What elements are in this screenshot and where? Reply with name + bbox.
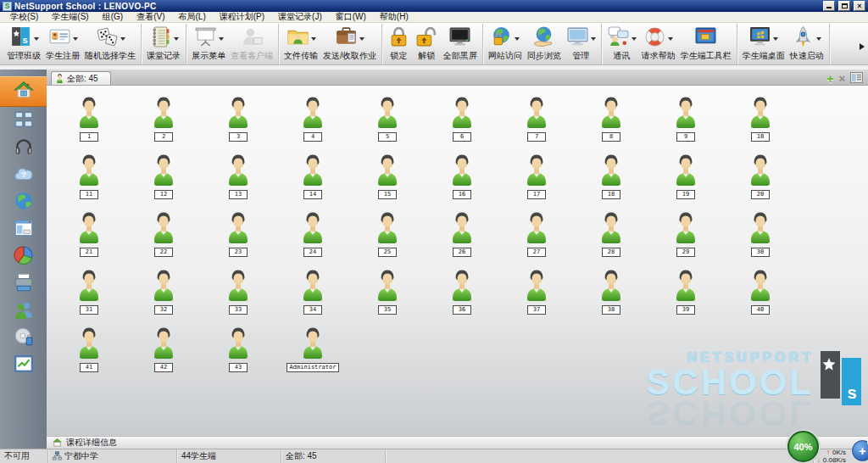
menu-school[interactable]: 学校(S) — [3, 11, 45, 23]
sidebar-item-web[interactable] — [0, 190, 47, 215]
student-15[interactable]: 15 — [350, 150, 425, 208]
manage-dropdown-icon[interactable] — [591, 37, 596, 41]
student-13[interactable]: 13 — [201, 150, 275, 208]
student-desktop-button[interactable]: 学生端桌面 — [740, 25, 787, 61]
sidebar-item-pie-chart[interactable] — [0, 244, 47, 270]
student-22[interactable]: 22 — [126, 208, 201, 265]
student-Administrator[interactable]: Administrator — [275, 323, 350, 381]
student-14[interactable]: 14 — [275, 150, 350, 208]
student-18[interactable]: 18 — [574, 150, 648, 208]
random-select-student-dropdown-icon[interactable] — [120, 37, 125, 41]
minimize-button[interactable] — [823, 1, 835, 11]
send-collect-work-button[interactable]: 发送/收取作业 — [320, 25, 379, 61]
manage-class-button[interactable]: s管理班级 — [4, 25, 43, 61]
restore-button[interactable] — [838, 1, 850, 11]
sidebar-item-media-cd[interactable] — [0, 326, 47, 351]
sidebar-item-audio[interactable] — [0, 136, 47, 161]
student-38[interactable]: 38 — [574, 265, 648, 323]
student-34[interactable]: 34 — [275, 265, 350, 323]
student-1[interactable]: 1 — [52, 92, 126, 150]
web-access-button[interactable]: 网站访问 — [486, 25, 525, 61]
menu-layout[interactable]: 布局(L) — [171, 11, 212, 23]
quick-launch-dropdown-icon[interactable] — [816, 37, 821, 41]
sidebar-item-users[interactable] — [0, 298, 47, 324]
toolbar-overflow-icon[interactable] — [860, 43, 865, 50]
communicate-dropdown-icon[interactable] — [632, 37, 637, 41]
student-4[interactable]: 4 — [275, 92, 350, 150]
student-35[interactable]: 35 — [350, 265, 425, 323]
file-transfer-button[interactable]: 文件传输 — [281, 25, 320, 61]
student-11[interactable]: 11 — [52, 150, 126, 208]
manage-class-dropdown-icon[interactable] — [34, 37, 39, 41]
close-group-icon[interactable]: × — [838, 74, 845, 84]
communicate-button[interactable]: 通讯 — [604, 25, 639, 61]
student-30[interactable]: 30 — [723, 208, 798, 265]
lesson-journal-button[interactable]: 课堂记录 — [144, 25, 183, 61]
request-help-button[interactable]: 请求帮助 — [639, 25, 678, 61]
sidebar-item-line-chart[interactable] — [0, 353, 47, 378]
random-select-student-button[interactable]: 随机选择学生 — [82, 25, 138, 61]
menu-group[interactable]: 组(G) — [96, 11, 130, 23]
details-view-icon[interactable] — [850, 71, 863, 86]
lesson-details-bar[interactable]: 课程详细信息 — [47, 436, 868, 449]
student-29[interactable]: 29 — [648, 208, 723, 265]
file-transfer-dropdown-icon[interactable] — [311, 37, 316, 41]
student-21[interactable]: 21 — [52, 208, 126, 265]
menu-journal[interactable]: 课堂记录(J) — [271, 11, 329, 23]
show-menu-button[interactable]: 展示菜单 — [189, 25, 228, 61]
show-menu-dropdown-icon[interactable] — [219, 37, 224, 41]
quick-launch-button[interactable]: 快速启动 — [787, 25, 826, 61]
student-register-button[interactable]: 学生注册 — [43, 25, 82, 61]
sidebar-item-monitors[interactable] — [0, 109, 47, 134]
student-toolbar-button[interactable]: 学生端工具栏 — [678, 25, 734, 61]
add-group-icon[interactable]: + — [826, 74, 833, 84]
lesson-journal-dropdown-icon[interactable] — [174, 37, 179, 41]
student-register-dropdown-icon[interactable] — [73, 37, 78, 41]
student-6[interactable]: 6 — [425, 92, 499, 150]
student-3[interactable]: 3 — [201, 92, 275, 150]
student-31[interactable]: 31 — [52, 265, 126, 323]
student-27[interactable]: 27 — [499, 208, 574, 265]
menu-window[interactable]: 窗口(W) — [329, 11, 373, 23]
student-42[interactable]: 42 — [126, 323, 201, 381]
student-12[interactable]: 12 — [126, 150, 201, 208]
student-41[interactable]: 41 — [52, 323, 126, 381]
menu-client[interactable]: 学生端(S) — [45, 11, 95, 23]
unlock-button[interactable]: 解锁 — [413, 25, 441, 61]
menu-help[interactable]: 帮助(H) — [373, 11, 415, 23]
notification-plus-icon[interactable]: + — [852, 440, 868, 461]
student-8[interactable]: 8 — [574, 92, 648, 150]
student-19[interactable]: 19 — [648, 150, 723, 208]
lock-button[interactable]: 锁定 — [385, 25, 413, 61]
student-40[interactable]: 40 — [723, 265, 798, 323]
student-33[interactable]: 33 — [201, 265, 275, 323]
student-26[interactable]: 26 — [425, 208, 499, 265]
tab-all-students[interactable]: 全部: 45 — [51, 71, 111, 85]
co-browse-button[interactable]: 同步浏览 — [525, 25, 564, 61]
student-36[interactable]: 36 — [425, 265, 499, 323]
send-collect-work-dropdown-icon[interactable] — [359, 37, 364, 41]
student-9[interactable]: 9 — [648, 92, 723, 150]
menu-view[interactable]: 查看(V) — [130, 11, 171, 23]
blank-all-screens-button[interactable]: 全部黑屏 — [441, 25, 480, 61]
student-16[interactable]: 16 — [425, 150, 499, 208]
student-39[interactable]: 39 — [648, 265, 723, 323]
student-desktop-dropdown-icon[interactable] — [773, 37, 778, 41]
student-17[interactable]: 17 — [499, 150, 574, 208]
student-23[interactable]: 23 — [201, 208, 275, 265]
sidebar-item-app-window[interactable] — [0, 217, 47, 243]
sidebar-item-home[interactable] — [0, 76, 47, 107]
student-20[interactable]: 20 — [723, 150, 798, 208]
student-10[interactable]: 10 — [723, 92, 798, 150]
student-5[interactable]: 5 — [350, 92, 425, 150]
manage-button[interactable]: 管理 — [564, 25, 598, 61]
student-37[interactable]: 37 — [499, 265, 574, 323]
activity-percent-badge[interactable]: 40% — [787, 431, 819, 462]
close-button[interactable]: × — [854, 1, 865, 11]
student-43[interactable]: 43 — [201, 323, 275, 381]
student-28[interactable]: 28 — [574, 208, 648, 265]
web-access-dropdown-icon[interactable] — [515, 37, 520, 41]
sidebar-item-printer[interactable] — [0, 271, 47, 297]
student-32[interactable]: 32 — [126, 265, 201, 323]
student-7[interactable]: 7 — [499, 92, 574, 150]
